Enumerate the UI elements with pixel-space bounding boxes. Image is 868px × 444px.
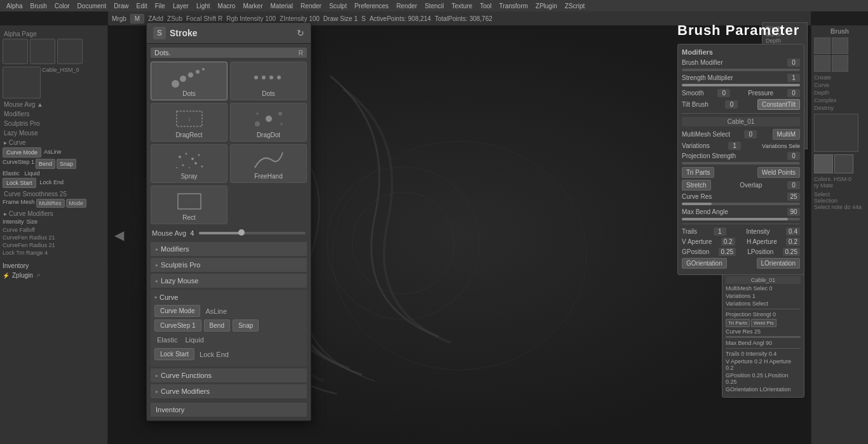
brush-thumb-large[interactable] (3, 67, 41, 98)
strength-slider[interactable] (682, 84, 800, 86)
menu-marker[interactable]: Marker (241, 3, 264, 10)
stroke-type-dots-2[interactable]: Dots (230, 62, 307, 100)
menu-file[interactable]: File (154, 3, 166, 10)
variations-value: 1 (728, 142, 741, 150)
stroke-type-freehand[interactable]: FreeHand (230, 144, 307, 183)
brush-modifier-slider-row (682, 69, 800, 71)
svg-rect-29 (178, 194, 201, 209)
bp-divider-2 (682, 224, 800, 224)
rm-multimesh: MultiMesh Selec 0 (726, 285, 801, 292)
curvestep-btn[interactable]: CurveStep 1 (154, 320, 201, 332)
curve-res-slider[interactable] (682, 203, 800, 205)
snap-btn[interactable]: Snap (233, 320, 259, 332)
tri-parts-btn[interactable]: Tri Parts (682, 167, 714, 178)
modifiers-btn[interactable]: ▸ Modifiers (151, 242, 307, 256)
cable-label: Cable_01 (682, 117, 800, 126)
menu-material[interactable]: Material (269, 3, 295, 10)
menu-zscript[interactable]: ZScript (564, 3, 587, 10)
ls-snap-btn[interactable]: Snap (57, 159, 76, 169)
m-btn[interactable]: M (130, 14, 144, 24)
rs-thumb-2[interactable] (832, 37, 848, 54)
menu-zplugin[interactable]: ZPlugin (534, 3, 559, 10)
menu-layer[interactable]: Layer (172, 3, 190, 10)
stroke-type-rect[interactable]: Rect (151, 185, 227, 224)
menu-light[interactable]: Light (195, 3, 212, 10)
rm-weld-btn[interactable]: Weld Pts (751, 319, 776, 327)
ls-mode-btn[interactable]: Mode (66, 199, 87, 208)
stroke-type-dragrect[interactable]: ↓ DragRect (151, 103, 227, 142)
ls-lock-start[interactable]: Lock Start (3, 178, 36, 188)
stroke-type-spray[interactable]: Spray (151, 144, 227, 183)
sculptris-pro-btn[interactable]: ▸ Sculptris Pro (151, 258, 307, 272)
menu-draw[interactable]: Draw (112, 3, 130, 10)
rs-large-thumb[interactable] (814, 114, 858, 152)
ls-bend-btn[interactable]: Bend (36, 159, 55, 169)
menu-alpha[interactable]: Alpha (5, 3, 24, 10)
brush-modifier-slider[interactable] (682, 69, 800, 71)
menu-preferences[interactable]: Preferences (353, 3, 390, 10)
ls-intensity: Intensity (3, 219, 24, 225)
curve-func-triangle: ▸ (156, 373, 158, 379)
alpha-page-label: Alpha Page (3, 30, 105, 37)
projection-slider[interactable] (682, 162, 800, 165)
projection-label: Projection Strength (682, 152, 736, 159)
menu-brush[interactable]: Brush (29, 3, 48, 10)
brush-modifier-row: Brush Modifier 0 (682, 58, 800, 67)
menu-transform[interactable]: Transform (498, 3, 529, 10)
ls-multires-btn[interactable]: MultiRes (36, 199, 65, 208)
stroke-type-dragdot[interactable]: DragDot (230, 103, 307, 142)
menu-document[interactable]: Document (76, 3, 108, 10)
mouse-avg-slider[interactable] (199, 232, 306, 234)
curve-modifiers-btn[interactable]: ▸ Curve Modifiers (151, 384, 307, 398)
rs-color-1[interactable] (814, 154, 833, 173)
menu-tool[interactable]: Tool (478, 3, 492, 10)
smooth-pressure-row: Smooth 0 Pressure 0 (682, 89, 800, 97)
constant-tilt-btn[interactable]: ConstantTilt (757, 99, 800, 110)
rs-thumb-1[interactable] (814, 37, 831, 54)
weld-points-btn[interactable]: Weld Points (757, 167, 800, 178)
stroke-type-dots-1[interactable]: Dots (151, 62, 227, 100)
lazy-mouse-btn[interactable]: ▸ Lazy Mouse (151, 274, 307, 288)
menu-macro[interactable]: Macro (217, 3, 237, 10)
curve-section-label: ▸ Curve (3, 139, 105, 146)
curvestep-value: 1 (192, 322, 196, 329)
lposition-label: LPosition (747, 248, 773, 255)
stroke-search-input[interactable] (154, 49, 299, 57)
rs-thumb-3[interactable] (814, 55, 831, 72)
inventory-btn[interactable]: Inventory (151, 403, 307, 417)
brush-thumb-2[interactable] (30, 39, 55, 64)
max-bend-slider[interactable] (682, 218, 800, 220)
ls-elastic: Elastic (3, 170, 20, 177)
menu-render2[interactable]: Render (395, 3, 419, 10)
mouse-avg-value: 4 (190, 229, 194, 237)
svg-point-7 (196, 70, 200, 74)
stroke-refresh-icon[interactable]: ↻ (297, 28, 304, 38)
bend-btn[interactable]: Bend (204, 320, 230, 332)
svg-point-6 (188, 72, 193, 77)
rs-thumb-4[interactable] (832, 55, 848, 72)
lorientation-btn[interactable]: LOrientation (757, 258, 800, 269)
ls-curve-mode-btn[interactable]: Curve Mode (3, 147, 41, 158)
curve-mode-btn[interactable]: Curve Mode (154, 305, 200, 317)
position-row: GPosition 0.25 LPosition 0.25 (682, 248, 800, 256)
menu-stencil[interactable]: Stencil (423, 3, 445, 10)
rm-tri-btn[interactable]: Tri Parts (726, 319, 750, 327)
stretch-btn[interactable]: Stretch (682, 180, 711, 191)
modifiers-section: Modifiers (3, 111, 105, 118)
strength-mult-label: Strength Multiplier (682, 74, 733, 81)
multimesh-btn[interactable]: MultiM (773, 129, 800, 140)
ls-inventory-row: Inventory (3, 262, 105, 269)
svg-point-15 (255, 121, 260, 126)
gorientation-btn[interactable]: GOrientation (682, 258, 727, 269)
brush-thumb-1[interactable] (3, 39, 28, 64)
menu-texture[interactable]: Texture (450, 3, 473, 10)
active-points: ActivePoints: 908,214 (369, 15, 431, 22)
menu-sculpt[interactable]: Sculpt (328, 3, 348, 10)
menu-edit[interactable]: Edit (135, 3, 149, 10)
rs-color-2[interactable] (834, 154, 853, 173)
menu-render[interactable]: Render (299, 3, 323, 10)
curve-functions-btn[interactable]: ▸ Curve Functions (151, 368, 307, 382)
lock-start-btn[interactable]: Lock Start (154, 348, 194, 360)
menu-color[interactable]: Color (53, 3, 71, 10)
brush-thumb-3[interactable] (57, 39, 83, 64)
